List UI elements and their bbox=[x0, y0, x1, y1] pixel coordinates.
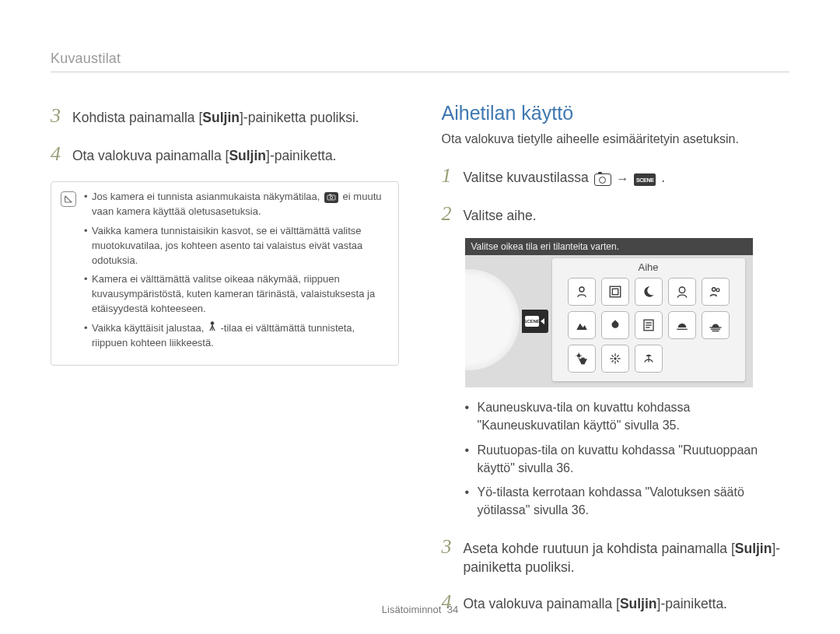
svg-point-27 bbox=[614, 358, 615, 359]
smart-mode-icon bbox=[324, 192, 338, 203]
note-item: Vaikka kamera tunnistaisikin kasvot, se … bbox=[84, 224, 389, 268]
note-box: Jos kamera ei tunnista asianmukaista näk… bbox=[51, 181, 399, 366]
step-number: 3 bbox=[51, 102, 65, 129]
step-text: Aseta kohde ruutuun ja kohdista painamal… bbox=[464, 540, 790, 576]
arrow-icon: → bbox=[616, 172, 628, 185]
scene-selector-screenshot: Valitse oikea tila eri tilanteita varten… bbox=[465, 238, 753, 387]
scene-option-closeup bbox=[601, 311, 629, 339]
scene-option-beach-snow bbox=[635, 345, 663, 373]
page-footer: Lisätoiminnot 34 bbox=[0, 604, 840, 615]
topic-intro: Ota valokuva tietylle aiheelle esimäärit… bbox=[442, 132, 790, 146]
svg-line-33 bbox=[617, 360, 618, 362]
svg-line-34 bbox=[617, 356, 618, 357]
step-number: 2 bbox=[442, 200, 456, 227]
step-4-left: 4 Ota valokuva painamalla [Suljin]-paini… bbox=[51, 140, 399, 167]
topic-heading: Aihetilan käyttö bbox=[442, 102, 790, 124]
svg-rect-9 bbox=[612, 289, 618, 295]
scene-body: SCENE Aihe bbox=[465, 255, 753, 387]
step-number: 1 bbox=[442, 162, 456, 189]
scene-option-sunset bbox=[668, 311, 696, 339]
note-item: Ruutuopas-tila on kuvattu kohdassa "Ruut… bbox=[465, 441, 790, 477]
section-title: Kuvaustilat bbox=[51, 51, 789, 72]
scene-option-fireworks bbox=[601, 345, 629, 373]
step-2-right: 2 Valitse aihe. bbox=[442, 200, 790, 227]
manual-page: Kuvaustilat 3 Kohdista painamalla [Sulji… bbox=[0, 0, 840, 634]
svg-point-11 bbox=[712, 288, 716, 292]
step-1-right: 1 Valitse kuvaustilassa → SCENE . bbox=[442, 162, 790, 189]
scene-option-landscape bbox=[568, 311, 596, 339]
svg-point-7 bbox=[579, 287, 584, 292]
scene-mode-tab: SCENE bbox=[522, 310, 548, 333]
scene-option-beauty bbox=[568, 278, 596, 306]
scene-mode-tab-label: SCENE bbox=[525, 316, 539, 327]
step-text: Kohdista painamalla [Suljin]-painiketta … bbox=[72, 109, 359, 128]
scene-card-title: Aihe bbox=[552, 258, 745, 278]
notes-list: Kauneuskuva-tila on kuvattu kohdassa "Ka… bbox=[465, 398, 790, 519]
step-3-right: 3 Aseta kohde ruutuun ja kohdista painam… bbox=[442, 533, 790, 576]
note-list: Jos kamera ei tunnista asianmukaista näk… bbox=[84, 190, 389, 356]
svg-line-35 bbox=[611, 360, 613, 362]
footer-label: Lisätoiminnot bbox=[382, 604, 442, 615]
footer-page-number: 34 bbox=[447, 604, 458, 615]
note-item: Kamera ei välttämättä valitse oikeaa näk… bbox=[84, 272, 389, 317]
step-number: 3 bbox=[442, 533, 456, 560]
scene-option-frame-guide bbox=[601, 278, 629, 306]
svg-rect-2 bbox=[329, 194, 331, 196]
right-column: Aihetilan käyttö Ota valokuva tietylle a… bbox=[442, 102, 790, 626]
svg-point-21 bbox=[577, 355, 579, 357]
note-item: Yö-tilasta kerrotaan kohdassa "Valotukse… bbox=[465, 483, 790, 519]
step-text: Valitse kuvaustilassa → SCENE . bbox=[464, 169, 666, 187]
step-3-left: 3 Kohdista painamalla [Suljin]-painikett… bbox=[51, 102, 399, 129]
scene-option-children bbox=[702, 278, 730, 306]
scene-grid bbox=[552, 278, 745, 373]
left-column: 3 Kohdista painamalla [Suljin]-painikett… bbox=[51, 102, 399, 626]
tripod-icon bbox=[208, 321, 216, 336]
note-icon bbox=[61, 191, 76, 207]
scene-option-dawn bbox=[702, 311, 730, 339]
svg-line-32 bbox=[611, 356, 613, 357]
scene-card: Aihe bbox=[552, 258, 745, 381]
note-item: Kauneuskuva-tila on kuvattu kohdassa "Ka… bbox=[465, 398, 790, 434]
scene-option-portrait bbox=[668, 278, 696, 306]
two-column-layout: 3 Kohdista painamalla [Suljin]-painikett… bbox=[51, 102, 789, 626]
camera-icon bbox=[594, 173, 611, 186]
scene-caption: Valitse oikea tila eri tilanteita varten… bbox=[465, 238, 753, 255]
svg-point-10 bbox=[679, 287, 685, 293]
step-text: Ota valokuva painamalla [Suljin]-painike… bbox=[72, 147, 336, 166]
note-item: Vaikka käyttäisit jalustaa, -tilaa ei vä… bbox=[84, 321, 389, 351]
scene-option-text bbox=[635, 311, 663, 339]
svg-rect-8 bbox=[610, 286, 621, 297]
note-item: Jos kamera ei tunnista asianmukaista näk… bbox=[84, 190, 389, 219]
svg-point-3 bbox=[211, 322, 214, 325]
svg-point-12 bbox=[716, 289, 719, 292]
step-text: Valitse aihe. bbox=[464, 207, 537, 226]
chevron-left-icon bbox=[541, 318, 544, 324]
lens-graphic bbox=[465, 269, 520, 370]
scene-option-backlight bbox=[568, 345, 596, 373]
step-number: 4 bbox=[51, 140, 65, 167]
svg-point-1 bbox=[330, 197, 333, 200]
scene-option-night bbox=[635, 278, 663, 306]
scene-mode-icon: SCENE bbox=[634, 173, 656, 186]
